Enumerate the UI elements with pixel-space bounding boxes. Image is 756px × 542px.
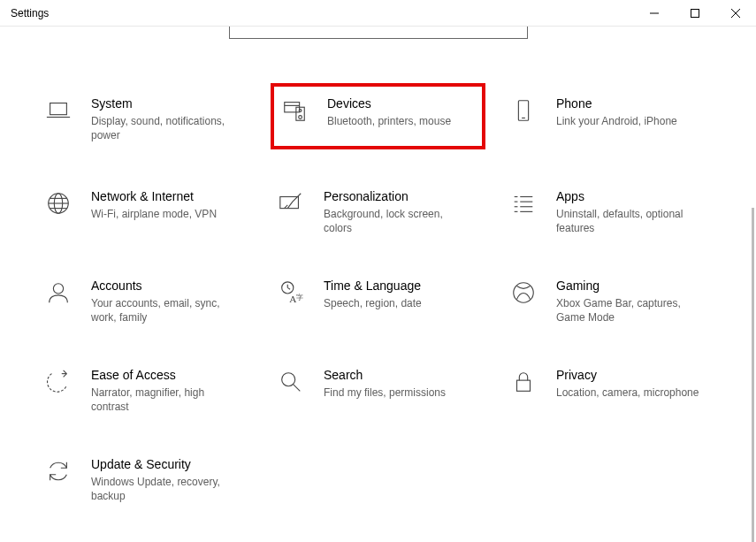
paintbrush-icon — [274, 188, 308, 217]
globe-icon — [42, 188, 75, 217]
person-icon — [42, 278, 75, 306]
tile-title: Devices — [327, 95, 478, 111]
tile-apps[interactable]: Apps Uninstall, defaults, optional featu… — [503, 185, 718, 239]
tile-title: Apps — [556, 188, 714, 204]
laptop-icon — [42, 95, 75, 124]
sync-icon — [42, 456, 75, 485]
phone-icon — [507, 95, 540, 124]
close-button[interactable] — [715, 0, 756, 27]
time-language-icon: A字 — [274, 278, 308, 306]
tile-gaming[interactable]: Gaming Xbox Game Bar, captures, Game Mod… — [503, 274, 718, 328]
tile-desc: Find my files, permissions — [324, 386, 474, 400]
apps-list-icon — [507, 188, 540, 217]
svg-line-38 — [294, 385, 301, 392]
tile-title: Personalization — [324, 188, 482, 204]
tile-system[interactable]: System Display, sound, notifications, po… — [38, 92, 253, 149]
search-icon — [274, 367, 308, 395]
svg-point-27 — [53, 284, 63, 294]
tile-desc: Display, sound, notifications, power — [91, 114, 241, 142]
search-settings-input[interactable] — [229, 27, 528, 39]
tile-title: Ease of Access — [91, 367, 249, 383]
tile-search[interactable]: Search Find my files, permissions — [271, 363, 485, 417]
svg-line-30 — [287, 287, 290, 289]
tile-update-security[interactable]: Update & Security Windows Update, recove… — [38, 453, 253, 507]
tile-devices[interactable]: Devices Bluetooth, printers, mouse — [271, 83, 485, 149]
tile-ease-of-access[interactable]: Ease of Access Narrator, magnifier, high… — [38, 363, 253, 417]
tile-title: Gaming — [556, 278, 714, 294]
tile-title: Accounts — [91, 278, 249, 294]
tile-desc: Wi-Fi, airplane mode, VPN — [91, 207, 241, 221]
title-bar: Settings — [0, 0, 756, 27]
svg-point-9 — [299, 110, 302, 112]
ease-of-access-icon — [42, 367, 75, 395]
minimize-button[interactable] — [634, 0, 675, 27]
tile-phone[interactable]: Phone Link your Android, iPhone — [503, 92, 718, 149]
svg-rect-1 — [691, 10, 699, 18]
tile-title: Update & Security — [91, 456, 249, 472]
tile-personalization[interactable]: Personalization Background, lock screen,… — [271, 185, 485, 239]
tile-desc: Speech, region, date — [324, 296, 474, 310]
tile-desc: Link your Android, iPhone — [556, 114, 706, 128]
tile-desc: Narrator, magnifier, high contrast — [91, 386, 241, 414]
tile-desc: Xbox Game Bar, captures, Game Mode — [556, 296, 706, 324]
svg-point-10 — [299, 116, 302, 119]
tile-privacy[interactable]: Privacy Location, camera, microphone — [503, 363, 718, 417]
tile-title: Time & Language — [324, 278, 482, 294]
tile-title: System — [91, 95, 249, 111]
svg-text:字: 字 — [296, 293, 303, 302]
svg-rect-39 — [517, 380, 531, 391]
settings-home: System Display, sound, notifications, po… — [0, 27, 756, 507]
tile-desc: Background, lock screen, colors — [324, 207, 474, 235]
window-title: Settings — [0, 7, 49, 19]
tile-time-language[interactable]: A字 Time & Language Speech, region, date — [271, 274, 485, 328]
window-controls — [634, 0, 756, 27]
xbox-icon — [507, 278, 540, 306]
settings-grid: System Display, sound, notifications, po… — [7, 39, 749, 507]
tile-title: Privacy — [556, 367, 714, 383]
scrollbar[interactable] — [752, 208, 754, 542]
tile-desc: Windows Update, recovery, backup — [91, 475, 241, 503]
lock-icon — [507, 367, 540, 395]
svg-rect-4 — [50, 103, 67, 115]
tile-title: Search — [324, 367, 482, 383]
tile-accounts[interactable]: Accounts Your accounts, email, sync, wor… — [38, 274, 253, 328]
tile-desc: Bluetooth, printers, mouse — [327, 114, 477, 128]
tile-desc: Uninstall, defaults, optional features — [556, 207, 706, 235]
tile-desc: Your accounts, email, sync, work, family — [91, 296, 241, 324]
devices-icon — [278, 95, 311, 124]
tile-network[interactable]: Network & Internet Wi-Fi, airplane mode,… — [38, 185, 253, 239]
tile-desc: Location, camera, microphone — [556, 386, 706, 400]
tile-title: Phone — [556, 95, 714, 111]
svg-point-37 — [282, 373, 295, 386]
tile-title: Network & Internet — [91, 188, 249, 204]
maximize-button[interactable] — [675, 0, 715, 27]
